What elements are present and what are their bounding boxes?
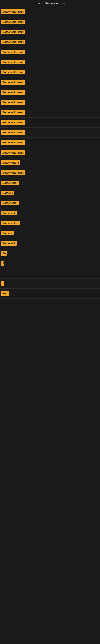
list-item: Bottleneck result	[0, 108, 100, 118]
bottleneck-result-badge[interactable]: Bottleneck result	[1, 20, 25, 24]
list-item: Bottleneck result	[0, 57, 100, 67]
list-item: Bottleneck re	[0, 158, 100, 168]
bottleneck-result-badge[interactable]: B	[1, 261, 4, 266]
list-item	[0, 299, 100, 309]
list-item: Bottleneck	[0, 238, 100, 248]
list-item: B	[0, 258, 100, 268]
bottleneck-result-badge[interactable]: Bottleneck r	[1, 201, 19, 205]
bottleneck-result-badge[interactable]: Bottleneck result	[1, 140, 25, 145]
list-item	[0, 339, 100, 349]
list-item: Bottleneck result	[0, 168, 100, 178]
list-item: Bottleneck result	[0, 27, 100, 37]
list-item: Bottleneck result	[0, 118, 100, 128]
list-item: Bottleneck result	[0, 87, 100, 98]
list-item: Bottleneck result	[0, 17, 100, 27]
bottleneck-result-badge[interactable]: Bottleneck result	[1, 70, 25, 74]
list-item	[0, 268, 100, 278]
list-item: Bo	[0, 248, 100, 258]
bottleneck-result-badge[interactable]: Bottleneck r	[1, 180, 19, 185]
bottleneck-result-badge[interactable]: Bottleneck result	[1, 50, 25, 54]
list-item	[0, 319, 100, 329]
list-item: Bottleneck r	[0, 178, 100, 188]
bottleneck-result-badge[interactable]: Bottleneck result	[1, 150, 25, 155]
bottleneck-result-badge[interactable]: Bottleneck result	[1, 40, 25, 44]
list-item: Bottleneck result	[0, 77, 100, 87]
bottleneck-result-badge[interactable]: Bottlene	[1, 231, 14, 236]
bottleneck-result-badge[interactable]: Bottleneck result	[1, 10, 25, 14]
list-item: Bottleneck re	[0, 218, 100, 228]
bottleneck-result-badge[interactable]: Bottleneck re	[1, 221, 20, 226]
list-item: Bottleneck result	[0, 138, 100, 148]
bottleneck-result-badge[interactable]: Bottleneck result	[1, 90, 25, 94]
list-item: Bottleneck result	[0, 67, 100, 77]
list-item: Bottlene	[0, 228, 100, 238]
list-item	[0, 329, 100, 339]
list-item: Bottleneck r	[0, 198, 100, 208]
bottleneck-result-badge[interactable]: Bottleneck result	[1, 100, 25, 105]
list-item: Bott	[0, 288, 100, 299]
bottleneck-result-badge[interactable]: Bo	[1, 251, 7, 256]
list-item: Bottleneck result	[0, 98, 100, 108]
list-item: Bottleneck result	[0, 148, 100, 158]
bottleneck-result-badge[interactable]: Bottleneck	[1, 211, 17, 215]
bottleneck-result-badge[interactable]: Bottleneck result	[1, 130, 25, 135]
bottleneck-result-badge[interactable]: Bottleneck result	[1, 60, 25, 64]
bottleneck-result-badge[interactable]: Bottleneck result	[1, 170, 25, 175]
list-item: Bottlene	[0, 188, 100, 198]
list-item: :	[0, 278, 100, 288]
bottleneck-result-badge[interactable]: Bottleneck result	[1, 110, 25, 115]
bottleneck-result-badge[interactable]: Bottlene	[1, 190, 14, 195]
list-item	[0, 359, 100, 369]
list-item: Bottleneck result	[0, 128, 100, 138]
bottleneck-result-badge[interactable]: Bottleneck re	[1, 160, 20, 165]
bottleneck-result-badge[interactable]: Bottleneck	[1, 241, 17, 246]
bottleneck-result-badge[interactable]: Bottleneck result	[1, 120, 25, 125]
list-item	[0, 309, 100, 319]
list-item: Bottleneck result	[0, 7, 100, 17]
bottleneck-result-badge[interactable]: Bottleneck result	[1, 80, 25, 84]
site-title: TheBottlenecker.com	[0, 0, 100, 7]
list-item: Bottleneck result	[0, 37, 100, 47]
bottleneck-result-badge[interactable]: :	[1, 281, 4, 286]
list-item: Bottleneck	[0, 208, 100, 218]
bottleneck-result-badge[interactable]: Bottleneck result	[1, 30, 25, 34]
bottleneck-result-badge[interactable]: Bott	[1, 291, 9, 296]
list-item: Bottleneck result	[0, 47, 100, 57]
list-item	[0, 349, 100, 359]
